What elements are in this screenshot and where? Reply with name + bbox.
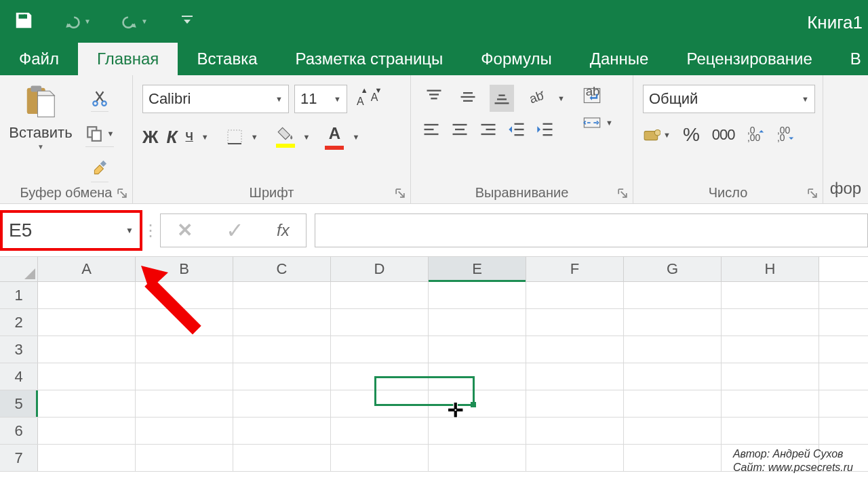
align-middle-button[interactable] — [456, 85, 480, 112]
font-size-combo[interactable]: 11 ▼ — [294, 85, 347, 113]
tab-data[interactable]: Данные — [571, 43, 668, 75]
tab-view-partial[interactable]: В — [831, 43, 868, 75]
cell[interactable] — [526, 363, 624, 390]
cell[interactable] — [624, 336, 722, 363]
row-header[interactable]: 4 — [0, 363, 38, 390]
chevron-down-icon[interactable]: ▼ — [334, 95, 341, 103]
column-header[interactable]: D — [331, 257, 429, 281]
cell[interactable] — [331, 445, 429, 471]
cell[interactable] — [526, 309, 624, 336]
cell[interactable] — [429, 309, 526, 336]
select-all-corner[interactable] — [0, 257, 38, 281]
chevron-down-icon[interactable]: ▼ — [251, 133, 258, 141]
increase-font-button[interactable]: А▲ — [357, 89, 364, 110]
chevron-down-icon[interactable]: ▼ — [352, 133, 359, 141]
insert-function-button[interactable]: fx — [277, 221, 290, 240]
cell[interactable] — [331, 390, 429, 417]
currency-button[interactable]: ▼ — [643, 126, 671, 144]
cell[interactable] — [233, 363, 331, 390]
cell[interactable] — [526, 390, 624, 417]
column-header[interactable]: H — [722, 257, 819, 281]
decrease-indent-button[interactable] — [507, 120, 526, 142]
align-center-button[interactable] — [450, 120, 469, 142]
cell[interactable] — [38, 363, 136, 390]
cell[interactable] — [331, 336, 429, 363]
cancel-formula-button[interactable]: ✕ — [177, 219, 193, 241]
chevron-down-icon[interactable]: ▼ — [557, 94, 565, 102]
accept-formula-button[interactable]: ✓ — [226, 218, 244, 243]
tab-insert[interactable]: Вставка — [178, 43, 276, 75]
cell[interactable] — [624, 418, 722, 444]
cell[interactable] — [136, 445, 233, 471]
cell[interactable] — [331, 309, 429, 336]
tab-home[interactable]: Главная — [78, 43, 178, 75]
cell[interactable] — [624, 390, 722, 417]
merge-cells-button[interactable]: ▼ — [583, 113, 613, 132]
cell[interactable] — [429, 336, 526, 363]
tab-formulas[interactable]: Формулы — [462, 43, 570, 75]
chevron-down-icon[interactable]: ▼ — [107, 129, 115, 138]
align-top-button[interactable] — [422, 85, 446, 112]
cell[interactable] — [38, 445, 136, 471]
column-header[interactable]: A — [38, 257, 136, 281]
copy-button[interactable]: ▼ — [85, 120, 115, 147]
cell[interactable] — [429, 418, 526, 444]
cell[interactable] — [722, 282, 819, 308]
cell[interactable] — [136, 418, 233, 444]
cell[interactable] — [526, 418, 624, 444]
cell[interactable] — [38, 418, 136, 444]
row-header[interactable]: 6 — [0, 418, 38, 444]
cell[interactable] — [38, 390, 136, 417]
number-format-combo[interactable]: Общий ▼ — [643, 85, 815, 113]
dialog-launcher-icon[interactable] — [618, 188, 629, 199]
cell[interactable] — [429, 390, 526, 417]
cell[interactable] — [722, 390, 819, 417]
tab-page-layout[interactable]: Разметка страницы — [277, 43, 462, 75]
cell[interactable] — [331, 363, 429, 390]
cell[interactable] — [722, 309, 819, 336]
orientation-button[interactable]: ab — [524, 85, 548, 112]
row-header[interactable]: 1 — [0, 282, 38, 308]
tab-file[interactable]: Файл — [0, 43, 78, 75]
cell[interactable] — [331, 282, 429, 308]
cell[interactable] — [38, 309, 136, 336]
cell[interactable] — [429, 445, 526, 471]
cell[interactable] — [38, 336, 136, 363]
cell[interactable] — [233, 418, 331, 444]
dialog-launcher-icon[interactable] — [117, 188, 128, 199]
row-header[interactable]: 5 — [0, 390, 38, 417]
undo-button[interactable]: ▼ — [64, 13, 91, 30]
wrap-text-button[interactable]: ab — [583, 86, 613, 105]
borders-button[interactable] — [226, 129, 243, 145]
dialog-launcher-icon[interactable] — [808, 188, 818, 199]
cell[interactable] — [233, 309, 331, 336]
chevron-down-icon[interactable]: ▼ — [663, 131, 671, 139]
cell[interactable] — [722, 363, 819, 390]
comma-style-button[interactable]: 000 — [712, 126, 735, 144]
cell[interactable] — [624, 309, 722, 336]
column-header[interactable]: C — [233, 257, 331, 281]
cell[interactable] — [136, 390, 233, 417]
cell[interactable] — [233, 445, 331, 471]
cell[interactable] — [429, 363, 526, 390]
italic-button[interactable]: К — [167, 127, 178, 148]
column-header[interactable]: F — [526, 257, 624, 281]
chevron-down-icon[interactable]: ▼ — [201, 133, 209, 141]
cell[interactable] — [233, 282, 331, 308]
name-box[interactable]: E5 ▼ — [1, 211, 141, 249]
increase-indent-button[interactable] — [536, 120, 555, 142]
format-painter-button[interactable] — [91, 155, 108, 182]
dialog-launcher-icon[interactable] — [395, 188, 406, 199]
chevron-down-icon[interactable]: ▼ — [37, 143, 44, 150]
chevron-down-icon[interactable]: ▼ — [606, 119, 613, 127]
row-header[interactable]: 3 — [0, 336, 38, 363]
cell[interactable] — [233, 336, 331, 363]
percent-button[interactable]: % — [683, 124, 700, 146]
cell[interactable] — [624, 282, 722, 308]
column-header[interactable]: G — [624, 257, 722, 281]
customize-qat-icon[interactable] — [182, 16, 193, 28]
formula-input[interactable] — [315, 214, 868, 247]
align-left-button[interactable] — [422, 120, 441, 142]
font-family-combo[interactable]: Calibri ▼ — [142, 85, 289, 113]
cell[interactable] — [526, 336, 624, 363]
